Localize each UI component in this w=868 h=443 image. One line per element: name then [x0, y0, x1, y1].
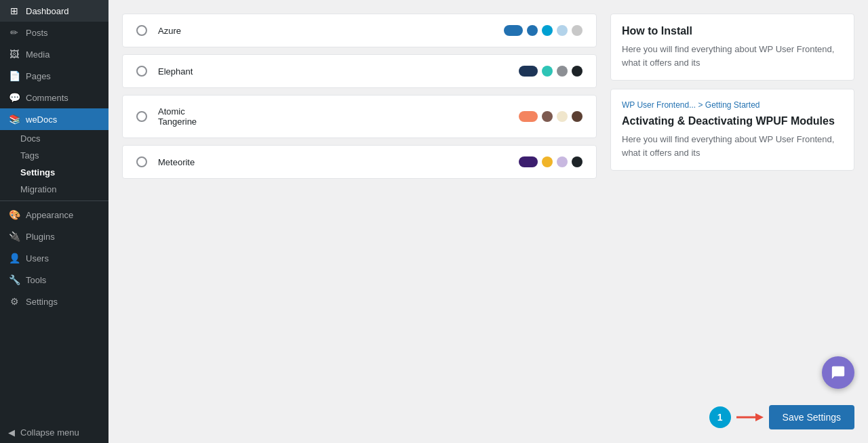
- theme-radio-azure[interactable]: [136, 25, 147, 36]
- theme-colors-azure: [504, 25, 583, 36]
- info-card-activating: WP User Frontend... > Getting Started Ac…: [610, 89, 854, 171]
- comments-icon: 💬: [8, 92, 20, 103]
- sidebar-item-label: Tools: [26, 275, 46, 285]
- sidebar-item-dashboard[interactable]: ⊞ Dashboard: [0, 0, 108, 22]
- theme-radio-meteorite[interactable]: [136, 156, 147, 167]
- sidebar-item-wedocs[interactable]: 📚 weDocs: [0, 108, 108, 130]
- save-settings-button[interactable]: Save Settings: [769, 405, 854, 429]
- collapse-label: Collapse menu: [20, 427, 79, 438]
- theme-name-azure: Azure: [158, 26, 212, 36]
- install-title: How to Install: [622, 25, 843, 37]
- users-icon: 👤: [8, 253, 20, 263]
- azure-dot-3: [557, 25, 568, 36]
- wedocs-icon: 📚: [8, 114, 20, 125]
- sidebar-item-appearance[interactable]: 🎨 Appearance: [0, 204, 108, 226]
- sidebar-sub-docs[interactable]: Docs: [0, 130, 108, 147]
- at-dot-1: [542, 111, 553, 122]
- meteorite-dot-2: [557, 156, 568, 167]
- theme-name-atomic-tangerine: AtomicTangerine: [158, 106, 212, 127]
- sidebar-item-pages[interactable]: 📄 Pages: [0, 65, 108, 87]
- azure-dot-2: [542, 25, 553, 36]
- sidebar-item-tools[interactable]: 🔧 Tools: [0, 269, 108, 291]
- theme-colors-atomic-tangerine: [519, 111, 583, 122]
- azure-swatch: [504, 25, 523, 36]
- activating-body: Here you will find everything about WP U…: [622, 133, 843, 159]
- elephant-dot-1: [542, 66, 553, 77]
- install-body: Here you will find everything about WP U…: [622, 43, 843, 69]
- elephant-swatch: [519, 66, 538, 77]
- sidebar-item-label: weDocs: [26, 114, 57, 125]
- theme-radio-elephant[interactable]: [136, 66, 147, 77]
- appearance-icon: 🎨: [8, 209, 20, 220]
- chat-icon: [831, 365, 846, 380]
- sidebar-item-media[interactable]: 🖼 Media: [0, 43, 108, 65]
- main-content: Azure Elephant AtomicTangerine: [108, 0, 868, 443]
- sidebar-item-label: Media: [26, 49, 50, 60]
- theme-card-elephant: Elephant: [122, 54, 597, 88]
- theme-colors-elephant: [519, 66, 583, 77]
- activating-breadcrumb: WP User Frontend... > Getting Started: [622, 100, 843, 110]
- sidebar-sub-migration[interactable]: Migration: [0, 181, 108, 198]
- sidebar-item-label: Dashboard: [26, 6, 69, 16]
- azure-dot-1: [527, 25, 538, 36]
- theme-card-atomic-tangerine: AtomicTangerine: [122, 95, 597, 138]
- at-swatch: [519, 111, 538, 122]
- chat-fab[interactable]: [822, 356, 854, 389]
- settings-icon: ⚙: [8, 296, 20, 307]
- tools-icon: 🔧: [8, 274, 20, 285]
- theme-card-meteorite: Meteorite: [122, 145, 597, 179]
- meteorite-dot-3: [572, 156, 583, 167]
- arrow-icon: [736, 410, 764, 424]
- meteorite-swatch: [519, 156, 538, 167]
- sidebar-sub-settings[interactable]: Settings: [0, 164, 108, 181]
- pages-icon: 📄: [8, 70, 20, 81]
- sidebar-item-label: Comments: [26, 93, 68, 103]
- at-dot-2: [557, 111, 568, 122]
- theme-name-meteorite: Meteorite: [158, 157, 212, 167]
- theme-card-azure: Azure: [122, 14, 597, 47]
- collapse-icon: ◀: [8, 427, 15, 438]
- info-card-install: How to Install Here you will find everyt…: [610, 14, 854, 81]
- sidebar-collapse[interactable]: ◀ Collapse menu: [0, 422, 108, 443]
- posts-icon: ✏: [8, 27, 20, 38]
- sidebar-item-label: Appearance: [26, 210, 73, 220]
- theme-name-elephant: Elephant: [158, 66, 212, 77]
- sidebar-item-label: Settings: [26, 297, 58, 307]
- sidebar-item-label: Pages: [26, 71, 51, 81]
- dashboard-icon: ⊞: [8, 5, 20, 16]
- step-badge: 1: [709, 406, 731, 428]
- at-dot-3: [572, 111, 583, 122]
- meteorite-dot-1: [542, 156, 553, 167]
- sidebar-item-plugins[interactable]: 🔌 Plugins: [0, 226, 108, 247]
- elephant-dot-3: [572, 66, 583, 77]
- sidebar-sub-tags[interactable]: Tags: [0, 147, 108, 164]
- activating-title: Activating & Deactivating WPUF Modules: [622, 115, 843, 127]
- plugins-icon: 🔌: [8, 231, 20, 242]
- sidebar-divider: [0, 201, 108, 201]
- sidebar-item-settings-bottom[interactable]: ⚙ Settings: [0, 291, 108, 312]
- themes-column: Azure Elephant AtomicTangerine: [122, 14, 597, 429]
- theme-colors-meteorite: [519, 156, 583, 167]
- sidebar-item-comments[interactable]: 💬 Comments: [0, 87, 108, 108]
- sidebar-item-users[interactable]: 👤 Users: [0, 247, 108, 269]
- bottom-bar: 1 Save Settings: [709, 405, 854, 429]
- sidebar-item-label: Posts: [26, 28, 48, 38]
- svg-marker-1: [755, 413, 764, 421]
- media-icon: 🖼: [8, 49, 20, 60]
- theme-radio-atomic-tangerine[interactable]: [136, 111, 147, 122]
- azure-dot-4: [572, 25, 583, 36]
- sidebar: ⊞ Dashboard ✏ Posts 🖼 Media 📄 Pages 💬 Co…: [0, 0, 108, 443]
- sidebar-item-label: Users: [26, 253, 49, 263]
- elephant-dot-2: [557, 66, 568, 77]
- sidebar-item-label: Plugins: [26, 232, 55, 242]
- right-panel: How to Install Here you will find everyt…: [610, 14, 854, 429]
- sidebar-item-posts[interactable]: ✏ Posts: [0, 22, 108, 43]
